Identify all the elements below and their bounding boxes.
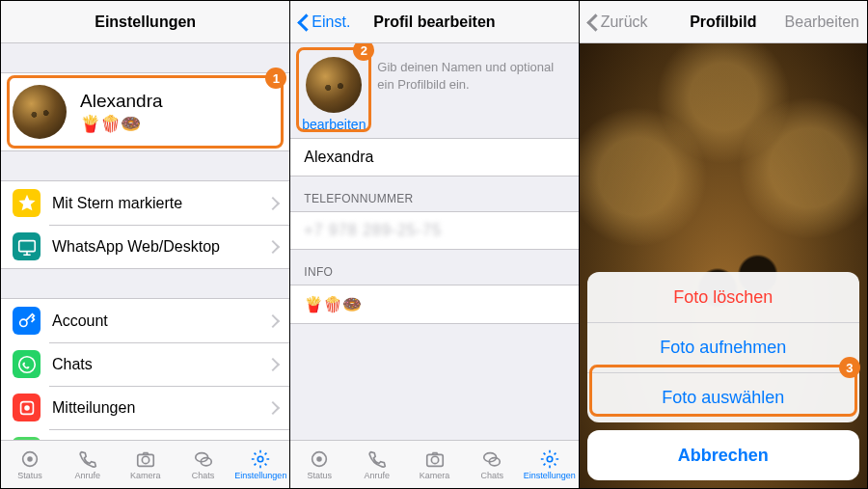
tab-label: Einstellungen (524, 471, 576, 480)
take-photo-button[interactable]: Foto aufnehmen (587, 322, 859, 372)
svg-point-11 (258, 456, 264, 462)
delete-photo-button[interactable]: Foto löschen (587, 272, 859, 322)
back-button[interactable]: Einst. (290, 1, 358, 43)
profile-photo-screen: Zurück Profilbild Bearbeiten Foto lösche… (579, 1, 867, 488)
tab-label: Anrufe (75, 471, 101, 480)
tab-camera[interactable]: Kamera (406, 448, 464, 480)
page-title: Profilbild (690, 14, 756, 31)
phone-icon (365, 448, 390, 470)
svg-point-8 (142, 456, 149, 463)
chevron-right-icon (270, 358, 278, 370)
page-title: Profil bearbeiten (373, 14, 495, 31)
bell-icon (13, 394, 41, 421)
svg-rect-0 (18, 240, 35, 251)
action-sheet: Foto löschen Foto aufnehmen Foto auswähl… (587, 272, 859, 480)
back-button[interactable]: Zurück (580, 1, 656, 43)
cell-label: Mit Stern markierte (52, 195, 270, 212)
tab-calls[interactable]: Anrufe (59, 448, 117, 480)
svg-point-18 (547, 456, 553, 462)
chevron-right-icon (270, 314, 278, 327)
tab-chats[interactable]: Chats (463, 448, 521, 480)
name-value: Alexandra (304, 149, 373, 165)
choose-photo-button[interactable]: Foto auswählen (587, 372, 859, 422)
tab-bar: Status Anrufe Kamera Chats Einstellungen (290, 440, 578, 488)
chevron-right-icon (270, 197, 278, 209)
edit-label: Bearbeiten (785, 14, 859, 31)
tab-label: Anrufe (365, 471, 391, 480)
tab-chats[interactable]: Chats (175, 448, 232, 480)
chats-icon (479, 448, 504, 470)
info-value: 🍟🍿🍩 (304, 295, 564, 313)
hint-text: Gib deinen Namen und optional ein Profil… (377, 57, 564, 132)
tab-label: Einstellungen (234, 471, 286, 480)
settings-screen: Einstellungen Alexandra 🍟🍿🍩 1 (1, 1, 289, 488)
gear-icon (537, 448, 562, 470)
back-label: Zurück (601, 14, 648, 31)
chats-settings-row[interactable]: Chats (1, 342, 289, 386)
status-icon (307, 448, 332, 470)
cancel-button[interactable]: Abbrechen (587, 430, 859, 480)
profile-row[interactable]: Alexandra 🍟🍿🍩 (1, 73, 289, 150)
chevron-left-icon (298, 13, 310, 32)
avatar[interactable] (306, 57, 362, 113)
status-icon (17, 448, 42, 470)
cell-label: Mitteilungen (52, 399, 270, 417)
camera-icon (422, 448, 448, 470)
phone-icon (75, 448, 100, 470)
tab-status[interactable]: Status (1, 448, 59, 480)
desktop-icon (13, 232, 41, 260)
phone-value: +7 978 289-25-75 (304, 222, 442, 238)
svg-point-1 (19, 319, 26, 326)
tab-settings[interactable]: Einstellungen (521, 448, 579, 480)
cell-label: Chats (52, 356, 270, 373)
profile-status: 🍟🍿🍩 (80, 114, 163, 134)
svg-point-4 (24, 405, 30, 411)
data-usage-row[interactable]: Daten- und Speichernutzung (1, 429, 289, 440)
key-icon (13, 307, 41, 335)
chevron-left-icon (587, 13, 599, 32)
navbar: Einst. Profil bearbeiten (290, 1, 578, 43)
info-row[interactable]: 🍟🍿🍩 (290, 285, 578, 324)
starred-messages-row[interactable]: Mit Stern markierte (1, 181, 289, 225)
chevron-right-icon (270, 240, 278, 253)
avatar (13, 85, 67, 139)
tab-calls[interactable]: Anrufe (348, 448, 406, 480)
tab-status[interactable]: Status (290, 448, 348, 480)
cell-label: Account (52, 312, 270, 330)
phone-row: +7 978 289-25-75 (290, 211, 578, 250)
svg-point-15 (431, 456, 438, 463)
notifications-row[interactable]: Mitteilungen (1, 386, 289, 429)
tab-settings[interactable]: Einstellungen (231, 448, 289, 480)
tab-camera[interactable]: Kamera (117, 448, 175, 480)
navbar: Einstellungen (1, 1, 289, 43)
edit-photo-link[interactable]: bearbeiten (302, 117, 366, 132)
page-title: Einstellungen (95, 14, 196, 31)
tab-label: Status (17, 471, 42, 480)
tab-label: Status (307, 471, 332, 480)
tab-label: Kamera (130, 471, 161, 480)
tab-label: Chats (192, 471, 215, 480)
back-label: Einst. (312, 14, 350, 31)
gear-icon (248, 448, 273, 470)
tab-label: Kamera (420, 471, 450, 480)
edit-button[interactable]: Bearbeiten (777, 1, 867, 43)
whatsapp-web-row[interactable]: WhatsApp Web/Desktop (1, 225, 289, 268)
edit-profile-screen: Einst. Profil bearbeiten bearbeiten Gib … (289, 1, 578, 488)
account-row[interactable]: Account (1, 299, 289, 342)
arrows-icon (13, 437, 41, 440)
svg-point-2 (18, 356, 35, 372)
edit-profile-content: bearbeiten Gib deinen Namen und optional… (290, 43, 578, 440)
svg-point-6 (27, 456, 33, 462)
navbar: Zurück Profilbild Bearbeiten (580, 1, 867, 43)
section-header-info: INFO (290, 250, 578, 285)
settings-content: Alexandra 🍟🍿🍩 1 Mit Stern markierte (1, 43, 289, 440)
svg-point-13 (316, 456, 322, 462)
star-icon (13, 189, 41, 217)
profile-name: Alexandra (80, 91, 163, 112)
tab-label: Chats (480, 471, 503, 480)
chats-icon (191, 448, 216, 470)
chevron-right-icon (270, 401, 278, 414)
name-field[interactable]: Alexandra (290, 138, 578, 177)
section-header-phone: TELEFONNUMMER (290, 177, 578, 211)
tab-bar: Status Anrufe Kamera Chats Einstellungen (1, 440, 289, 488)
